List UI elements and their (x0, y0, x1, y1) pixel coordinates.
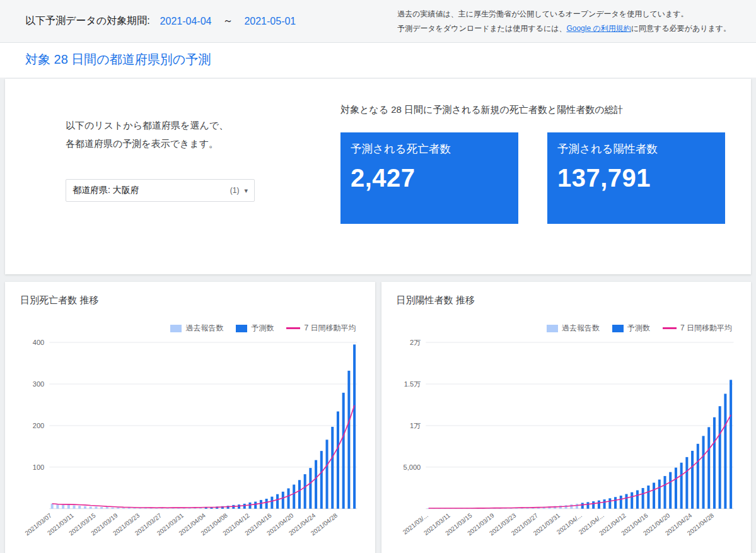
legend-item-moving-average: 7 日間移動平均 (286, 323, 356, 334)
period-label: 以下予測データの対象期間: (25, 15, 150, 28)
predicted-deaths-title: 予測される死亡者数 (351, 141, 508, 156)
legend-moving-average-label: 7 日間移動平均 (304, 323, 356, 334)
end-date-field[interactable]: 2021-05-01 (244, 16, 296, 27)
top-bar: 以下予測データの対象期間: 2021-04-04 ～ 2021-05-01 過去… (0, 0, 756, 43)
legend-historical-label: 過去報告数 (562, 323, 600, 334)
section-heading-strip: 対象 28 日間の都道府県別の予測 (0, 43, 756, 78)
predicted-deaths-box: 予測される死亡者数 2,427 (340, 132, 518, 224)
page-title: 対象 28 日間の都道府県別の予測 (25, 51, 731, 68)
summary-stat-boxes: 予測される死亡者数 2,427 予測される陽性者数 137,791 (340, 132, 726, 224)
prefecture-dropdown-value: 都道府県: 大阪府 (73, 185, 139, 196)
period-tilde: ～ (223, 15, 233, 28)
daily-deaths-chart: 1002003004002021/03/072021/03/112021/03/… (20, 336, 360, 550)
moving-average-swatch-icon (286, 327, 300, 329)
svg-text:2万: 2万 (410, 339, 421, 346)
svg-text:400: 400 (33, 339, 44, 346)
note-line-2-prefix: 予測データをダウンロードまたは使用するには、 (397, 24, 566, 33)
legend-item-forecast: 予測数 (236, 323, 274, 334)
svg-text:300: 300 (33, 380, 44, 388)
daily-positives-chart-legend: 過去報告数 予測数 7 日間移動平均 (397, 323, 733, 334)
note-line-2-suffix: に同意する必要があります。 (631, 24, 731, 33)
svg-text:100: 100 (33, 463, 44, 471)
predicted-positives-box: 予測される陽性者数 137,791 (547, 132, 725, 224)
prefecture-instruction: 以下のリストから都道府県を選んで、 各都道府県の予測を表示できます。 (66, 117, 340, 153)
summary-column: 対象となる 28 日間に予測される新規の死亡者数と陽性者数の総計 予測される死亡… (340, 104, 726, 224)
legend-item-historical: 過去報告数 (547, 323, 600, 334)
note-line-1: 過去の実績値は、主に厚生労働省が公開しているオープンデータを使用しています。 (397, 7, 731, 21)
legend-item-historical: 過去報告数 (170, 323, 223, 334)
summary-heading: 対象となる 28 日間に予測される新規の死亡者数と陽性者数の総計 (340, 104, 726, 116)
legend-historical-label: 過去報告数 (185, 323, 223, 334)
start-date-field[interactable]: 2021-04-04 (160, 16, 212, 27)
legend-moving-average-label: 7 日間移動平均 (680, 323, 732, 334)
predicted-deaths-value: 2,427 (351, 164, 508, 192)
predicted-positives-value: 137,791 (557, 164, 715, 192)
prefecture-selector-column: 以下のリストから都道府県を選んで、 各都道府県の予測を表示できます。 都道府県:… (66, 104, 340, 224)
legend-forecast-label: 予測数 (627, 323, 650, 334)
chevron-down-icon: ▾ (244, 187, 248, 195)
forecast-period: 以下予測データの対象期間: 2021-04-04 ～ 2021-05-01 (25, 15, 296, 28)
daily-positives-chart: 5,0001万1.5万2万2021/03/...2021/03/112021/0… (397, 336, 736, 550)
svg-text:1万: 1万 (410, 422, 421, 429)
daily-deaths-chart-legend: 過去報告数 予測数 7 日間移動平均 (20, 323, 356, 334)
historical-bar-swatch-icon (547, 325, 558, 332)
forecast-bar-swatch-icon (236, 325, 247, 332)
prefecture-dropdown[interactable]: 都道府県: 大阪府 (1) ▾ (66, 179, 255, 202)
prefecture-forecast-card: 以下のリストから都道府県を選んで、 各都道府県の予測を表示できます。 都道府県:… (5, 79, 751, 274)
prefecture-dropdown-count: (1) (230, 186, 240, 195)
daily-deaths-chart-card: 日別死亡者数 推移 過去報告数 予測数 7 日間移動平均 10020030040… (5, 282, 375, 553)
legend-forecast-label: 予測数 (251, 323, 274, 334)
forecast-bar-swatch-icon (612, 325, 624, 332)
svg-text:5,000: 5,000 (403, 463, 421, 471)
charts-row: 日別死亡者数 推移 過去報告数 予測数 7 日間移動平均 10020030040… (5, 282, 751, 553)
legend-item-moving-average: 7 日間移動平均 (663, 323, 732, 334)
daily-deaths-chart-title: 日別死亡者数 推移 (20, 294, 360, 306)
svg-text:1.5万: 1.5万 (404, 380, 420, 388)
legend-item-forecast: 予測数 (612, 323, 650, 334)
daily-positives-chart-title: 日別陽性者数 推移 (397, 294, 736, 306)
historical-bar-swatch-icon (170, 325, 182, 332)
moving-average-swatch-icon (663, 327, 677, 329)
predicted-positives-title: 予測される陽性者数 (557, 141, 715, 156)
instruction-line-2: 各都道府県の予測を表示できます。 (66, 138, 218, 149)
data-source-notes: 過去の実績値は、主に厚生労働省が公開しているオープンデータを使用しています。 予… (397, 7, 731, 36)
daily-positives-chart-card: 日別陽性者数 推移 過去報告数 予測数 7 日間移動平均 5,0001万1.5万… (381, 282, 752, 553)
instruction-line-1: 以下のリストから都道府県を選んで、 (66, 120, 228, 131)
note-line-2: 予測データをダウンロードまたは使用するには、Google の利用規約に同意する必… (397, 21, 731, 36)
svg-text:200: 200 (33, 422, 44, 429)
terms-of-service-link[interactable]: Google の利用規約 (566, 24, 631, 33)
